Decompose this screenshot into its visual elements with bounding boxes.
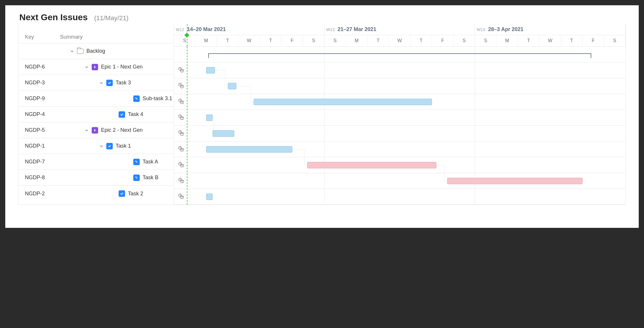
svg-rect-0 xyxy=(135,98,136,98)
tree-row[interactable]: NGDP-8Task B xyxy=(18,170,174,186)
day-header: W xyxy=(389,35,410,46)
tree-row[interactable]: NGDP-5Epic 2 - Next Gen xyxy=(18,122,174,138)
subtask-icon xyxy=(133,175,140,181)
issue-summary: Task 2 xyxy=(128,191,143,197)
svg-rect-13 xyxy=(181,117,183,119)
gantt-bar[interactable] xyxy=(254,99,432,105)
tree-row[interactable]: NGDP-7Task A xyxy=(18,154,174,170)
subtask-icon xyxy=(133,95,140,102)
chevron-down-icon[interactable] xyxy=(70,49,74,53)
schedule-icon[interactable] xyxy=(178,98,184,105)
column-header-key: Key xyxy=(25,34,60,40)
svg-rect-28 xyxy=(181,196,183,199)
tree-row[interactable]: NGDP-3Task 3 xyxy=(18,75,174,91)
day-header: T xyxy=(518,35,539,46)
day-header: T xyxy=(411,35,432,46)
svg-rect-10 xyxy=(181,101,183,104)
week-range: 28–3 Apr 2021 xyxy=(488,26,523,33)
week-number: W12 xyxy=(176,27,184,32)
chevron-down-icon[interactable] xyxy=(85,128,89,132)
schedule-icon[interactable] xyxy=(178,193,184,200)
week-number: W13 xyxy=(326,27,335,32)
day-header: M xyxy=(496,35,518,46)
chevron-down-icon[interactable] xyxy=(85,65,89,69)
gantt-bar[interactable] xyxy=(447,178,583,184)
tree-row[interactable]: NGDP-9Sub-task 3.1 xyxy=(18,91,174,107)
schedule-icon[interactable] xyxy=(178,114,184,121)
issue-summary: Task 4 xyxy=(128,111,143,117)
gantt-bar[interactable] xyxy=(307,162,436,168)
issue-key: NGDP-3 xyxy=(25,80,60,86)
gantt-bar[interactable] xyxy=(213,130,234,137)
day-header: F xyxy=(432,35,453,46)
schedule-icon[interactable] xyxy=(178,67,184,74)
svg-rect-16 xyxy=(181,133,183,135)
issue-summary: Epic 1 - Next Gen xyxy=(101,64,143,70)
page-title: Next Gen Issues xyxy=(19,12,88,22)
issue-summary: Backlog xyxy=(86,48,105,54)
day-header: M xyxy=(195,35,217,46)
epic-icon xyxy=(92,64,98,70)
schedule-icon[interactable] xyxy=(178,146,184,153)
week-header: W1321–27 Mar 2021 xyxy=(324,24,475,35)
week-number: W14 xyxy=(477,27,485,32)
day-header: S xyxy=(604,35,625,46)
week-header: W1428–3 Apr 2021 xyxy=(475,24,625,35)
issue-key: NGDP-2 xyxy=(25,191,60,197)
day-header: S xyxy=(475,35,496,46)
svg-rect-1 xyxy=(135,161,136,162)
day-header: W xyxy=(238,35,260,46)
day-header: F xyxy=(582,35,604,46)
tree-row[interactable]: NGDP-6Epic 1 - Next Gen xyxy=(18,59,174,75)
gantt-bar[interactable] xyxy=(228,83,236,89)
page-subtitle: (11/May/21) xyxy=(94,14,128,22)
svg-rect-7 xyxy=(181,85,183,88)
chevron-down-icon[interactable] xyxy=(99,144,103,148)
timeline-row xyxy=(174,189,626,205)
schedule-icon[interactable] xyxy=(178,130,184,137)
schedule-icon[interactable] xyxy=(178,83,184,90)
task-icon xyxy=(106,80,113,86)
timeline-row xyxy=(174,62,626,78)
folder-icon xyxy=(77,49,83,54)
day-header: M xyxy=(346,35,367,46)
gantt-bar[interactable] xyxy=(206,115,213,121)
issue-summary: Task B xyxy=(143,175,158,181)
day-header: S xyxy=(174,35,195,46)
svg-rect-2 xyxy=(135,177,136,177)
timeline-row xyxy=(174,78,626,94)
gantt-bar[interactable] xyxy=(206,194,213,200)
gantt-bar[interactable] xyxy=(206,146,292,153)
issue-key: NGDP-4 xyxy=(25,111,60,117)
column-header-summary: Summary xyxy=(60,34,83,40)
svg-rect-25 xyxy=(181,180,183,183)
issue-key: NGDP-5 xyxy=(25,127,60,133)
day-header: W xyxy=(539,35,561,46)
chevron-down-icon[interactable] xyxy=(99,81,103,85)
task-icon xyxy=(106,143,113,149)
day-header: T xyxy=(217,35,238,46)
svg-rect-4 xyxy=(181,69,183,72)
issue-key: NGDP-1 xyxy=(25,143,60,149)
issue-key: NGDP-9 xyxy=(25,95,60,102)
schedule-icon[interactable] xyxy=(178,162,184,169)
day-header: T xyxy=(260,35,281,46)
task-icon xyxy=(119,190,125,197)
tree-row[interactable]: NGDP-1Task 1 xyxy=(18,138,174,154)
gantt-bar[interactable] xyxy=(206,67,215,74)
tree-row[interactable]: NGDP-4Task 4 xyxy=(18,107,174,122)
day-header: S xyxy=(303,35,324,46)
tree-row[interactable]: NGDP-2Task 2 xyxy=(18,186,174,201)
day-header: T xyxy=(561,35,582,46)
task-icon xyxy=(119,111,125,118)
tree-row[interactable]: Backlog xyxy=(18,43,174,59)
issue-summary: Epic 2 - Next Gen xyxy=(101,127,143,133)
timeline-row xyxy=(174,110,626,126)
issue-key: NGDP-7 xyxy=(25,159,60,165)
issue-key: NGDP-6 xyxy=(25,64,60,70)
summary-bracket xyxy=(208,53,591,56)
timeline-row xyxy=(174,126,626,141)
schedule-icon[interactable] xyxy=(178,177,184,184)
epic-icon xyxy=(92,127,98,134)
day-header: T xyxy=(368,35,389,46)
